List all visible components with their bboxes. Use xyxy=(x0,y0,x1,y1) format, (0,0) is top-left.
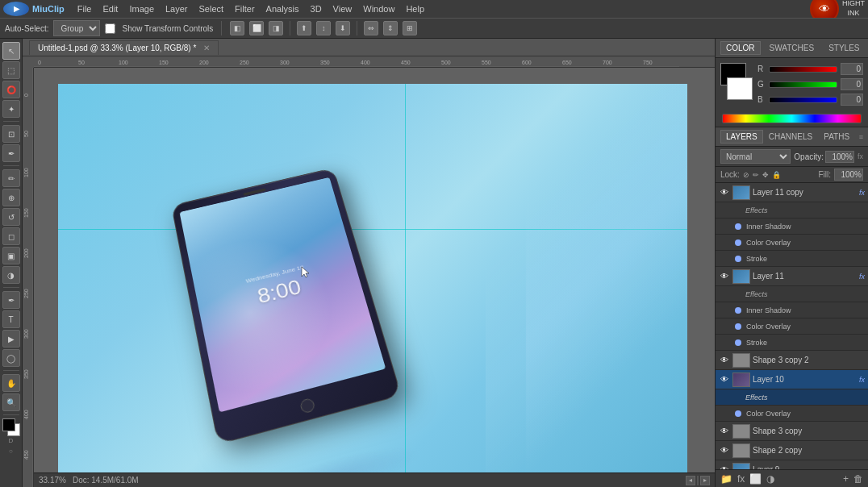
history-brush-tool[interactable]: ↺ xyxy=(2,208,20,226)
move-tool[interactable]: ↖ xyxy=(2,42,20,60)
layer-item-l11[interactable]: 👁 Layer 11 fx xyxy=(716,267,868,286)
fx-icon[interactable]: fx xyxy=(737,473,745,485)
layer-vis-shape2copy[interactable]: 👁 xyxy=(719,445,730,456)
layer-item-inner-shadow-2[interactable]: Inner Shadow xyxy=(716,302,868,318)
b-slider[interactable] xyxy=(769,97,837,103)
eraser-tool[interactable]: ◻ xyxy=(2,227,20,245)
menu-filter[interactable]: Filter xyxy=(230,2,259,15)
layer-item-inner-shadow-1[interactable]: Inner Shadow xyxy=(716,219,868,235)
layer-item-shape3copy[interactable]: 👁 Shape 3 copy xyxy=(716,422,868,441)
selection-tool[interactable]: ⬚ xyxy=(2,61,20,79)
layer-vis-l11-effects[interactable] xyxy=(728,289,740,300)
scroll-right-btn[interactable]: ▸ xyxy=(700,476,710,485)
lock-transparency-icon[interactable]: ⊘ xyxy=(743,171,749,179)
tab-color[interactable]: COLOR xyxy=(720,41,761,55)
align-bottom-icon[interactable]: ⬇ xyxy=(336,21,350,35)
r-slider[interactable] xyxy=(769,66,837,73)
hand-tool[interactable]: ✋ xyxy=(2,374,20,392)
auto-select-dropdown[interactable]: GroupLayer xyxy=(53,20,100,36)
menu-select[interactable]: Select xyxy=(194,2,229,15)
opacity-input[interactable] xyxy=(825,151,854,163)
layer-vis-l10-effects[interactable] xyxy=(728,392,740,403)
type-tool[interactable]: T xyxy=(2,310,20,328)
layer-item-stroke-1[interactable]: Stroke xyxy=(716,251,868,267)
background-color-preview[interactable] xyxy=(727,77,753,100)
tab-channels[interactable]: CHANNELS xyxy=(763,130,818,144)
quick-mask-icon[interactable]: ○ xyxy=(9,447,13,455)
adjustment-icon[interactable]: ◑ xyxy=(766,473,774,485)
crop-tool[interactable]: ⊡ xyxy=(2,125,20,143)
foreground-color-box[interactable] xyxy=(2,418,15,431)
align-right-icon[interactable]: ◨ xyxy=(269,21,283,35)
auto-align-icon[interactable]: ⊞ xyxy=(403,21,417,35)
layer-item-l9[interactable]: 👁 Layer 9 xyxy=(716,460,868,469)
layer-item-l10[interactable]: 👁 Layer 10 fx xyxy=(716,370,868,389)
lock-paint-icon[interactable]: ✏ xyxy=(753,171,759,179)
menu-help[interactable]: Help xyxy=(401,2,429,15)
menu-edit[interactable]: Edit xyxy=(98,2,123,15)
menu-file[interactable]: File xyxy=(73,2,97,15)
layer-item-color-overlay-1[interactable]: Color Overlay xyxy=(716,235,868,251)
g-value[interactable] xyxy=(841,78,863,90)
dist-h-icon[interactable]: ⇔ xyxy=(364,21,378,35)
align-center-h-icon[interactable]: ⬜ xyxy=(249,21,264,35)
default-colors-icon[interactable]: D xyxy=(9,438,14,444)
pen-tool[interactable]: ✒ xyxy=(2,291,20,309)
tab-paths[interactable]: PATHS xyxy=(818,130,855,144)
spectrum-bar[interactable] xyxy=(722,114,862,123)
new-group-icon[interactable]: 📁 xyxy=(720,473,732,485)
tab-styles[interactable]: STYLES xyxy=(823,41,865,55)
dodge-tool[interactable]: ◑ xyxy=(2,266,20,284)
menu-layer[interactable]: Layer xyxy=(161,2,193,15)
fill-input[interactable] xyxy=(834,169,863,181)
menu-analysis[interactable]: Analysis xyxy=(261,2,304,15)
layer-item-l11-effects[interactable]: Effects xyxy=(716,286,868,302)
layer-item-shape3copy2[interactable]: 👁 Shape 3 copy 2 xyxy=(716,351,868,370)
layer-item-l11copy-effects[interactable]: Effects xyxy=(716,202,868,219)
color-boxes[interactable] xyxy=(2,418,20,436)
layer-vis-shape3copy2[interactable]: 👁 xyxy=(719,355,730,366)
blend-mode-select[interactable]: NormalMultiplyScreen xyxy=(720,149,791,164)
magic-wand-tool[interactable]: ✦ xyxy=(2,100,20,118)
layer-item-l10-effects[interactable]: Effects xyxy=(716,389,868,406)
dist-v-icon[interactable]: ⇕ xyxy=(383,21,398,35)
align-top-icon[interactable]: ⬆ xyxy=(297,21,311,35)
lasso-tool[interactable]: ⭕ xyxy=(2,81,20,98)
layers-panel-menu[interactable]: ≡ xyxy=(859,133,863,141)
tab-swatches[interactable]: SWATCHES xyxy=(764,41,820,55)
layer-vis-l11[interactable]: 👁 xyxy=(719,271,730,282)
canvas-tab-item[interactable]: Untitled-1.psd @ 33.3% (Layer 10, RGB/8)… xyxy=(29,40,219,55)
new-layer-icon[interactable]: + xyxy=(843,473,849,485)
layer-vis-l11copy-effects[interactable] xyxy=(728,205,740,216)
gradient-tool[interactable]: ▣ xyxy=(2,247,20,264)
tab-layers[interactable]: LAYERS xyxy=(720,130,763,144)
layer-item-stroke-2[interactable]: Stroke xyxy=(716,335,868,351)
menu-view[interactable]: View xyxy=(328,2,357,15)
layer-item-color-overlay-2[interactable]: Color Overlay xyxy=(716,318,868,335)
shape-tool[interactable]: ◯ xyxy=(2,349,20,367)
menu-image[interactable]: Image xyxy=(124,2,159,15)
align-left-icon[interactable]: ◧ xyxy=(230,21,244,35)
lock-move-icon[interactable]: ✥ xyxy=(762,171,769,179)
eyedropper-tool[interactable]: ✒ xyxy=(2,144,20,162)
brush-tool[interactable]: ✏ xyxy=(2,169,20,187)
lock-all-icon[interactable]: 🔒 xyxy=(772,171,781,179)
layer-vis-l10[interactable]: 👁 xyxy=(719,374,730,385)
g-slider[interactable] xyxy=(769,81,837,88)
delete-layer-icon[interactable]: 🗑 xyxy=(853,473,863,485)
menu-3d[interactable]: 3D xyxy=(306,2,327,15)
menu-window[interactable]: Window xyxy=(358,2,399,15)
layer-item-color-overlay-3[interactable]: Color Overlay xyxy=(716,406,868,422)
layer-vis-l11copy[interactable]: 👁 xyxy=(719,187,730,198)
scroll-track[interactable] xyxy=(697,476,699,485)
stamp-tool[interactable]: ⊕ xyxy=(2,189,20,206)
r-value[interactable] xyxy=(841,63,863,75)
layer-item-l11copy[interactable]: 👁 Layer 11 copy fx xyxy=(716,183,868,202)
b-value[interactable] xyxy=(841,94,863,106)
zoom-tool[interactable]: 🔍 xyxy=(2,393,20,411)
path-selection-tool[interactable]: ▶ xyxy=(2,330,20,348)
scroll-left-btn[interactable]: ◂ xyxy=(686,476,695,485)
layer-vis-shape3copy[interactable]: 👁 xyxy=(719,426,730,437)
tab-close-btn[interactable]: ✕ xyxy=(203,44,210,52)
align-middle-v-icon[interactable]: ↕ xyxy=(316,21,331,35)
